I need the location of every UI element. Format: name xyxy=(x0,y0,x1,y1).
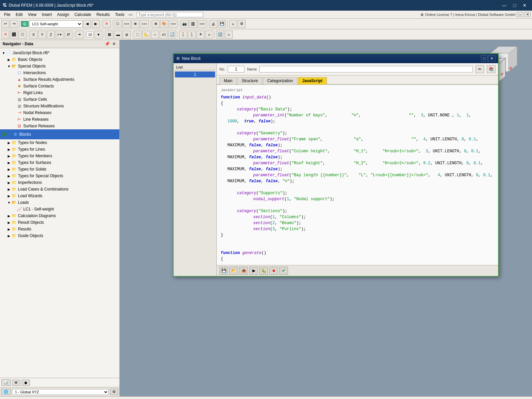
menu-edit[interactable]: Edit xyxy=(13,12,25,18)
tb2-arrow-button[interactable]: ➜ xyxy=(75,31,83,39)
minimize-button[interactable]: — xyxy=(499,2,509,9)
tb2-close-button[interactable]: ✕ xyxy=(1,31,9,39)
tree-item-typesnodes[interactable]: ▶ 📁 Types for Nodes xyxy=(0,139,119,146)
tb2-layer-button[interactable]: ⬡ xyxy=(19,31,27,39)
tree-toggle-typessurfaces[interactable]: ▶ xyxy=(7,161,11,165)
tree-item-guideobj[interactable]: ▶ 📁 Guide Objects xyxy=(0,232,119,239)
tree-item-rigidlinks[interactable]: ⊢ Rigid Links xyxy=(0,89,119,96)
nav-view-record-button[interactable]: ⏺ xyxy=(22,380,30,386)
tree-item-typeslines[interactable]: ▶ 📁 Types for Lines xyxy=(0,146,119,153)
tree-toggle-loadcases[interactable]: ▶ xyxy=(7,188,11,191)
tb-undo-button[interactable]: ↩ xyxy=(1,20,9,28)
tree-toggle-typessolids[interactable]: ▶ xyxy=(7,168,11,171)
tb-xxx3-button[interactable]: ××× xyxy=(169,20,178,28)
tb-delete-button[interactable]: ✕ xyxy=(103,20,111,28)
tree-toggle-results[interactable]: ▶ xyxy=(7,227,11,231)
tb-next-button[interactable]: ▶ xyxy=(92,20,100,28)
tree-item-loadcases[interactable]: ▶ 📁 Load Cases & Combinations xyxy=(0,186,119,193)
tree-item-calcdiag[interactable]: ▶ 📁 Calculation Diagrams xyxy=(0,212,119,219)
tree-toggle-typesspecial[interactable]: ▶ xyxy=(7,174,11,178)
dt-check-button[interactable]: ✔ xyxy=(279,267,288,275)
tree-item-typessurfaces[interactable]: ▶ 📁 Types for Surfaces xyxy=(0,159,119,166)
tb-redo-button[interactable]: ↪ xyxy=(10,20,18,28)
tree-toggle-special[interactable]: ▼ xyxy=(7,65,11,68)
dt-export-button[interactable]: 📤 xyxy=(239,267,248,275)
nav-view-data-button[interactable]: 📊 xyxy=(1,379,11,386)
tb2-walk-button[interactable]: 🚶‍♂ xyxy=(188,31,196,39)
menu-assign[interactable]: Assign xyxy=(55,12,72,18)
keyword-search-input[interactable] xyxy=(137,12,203,17)
close-button[interactable]: ✕ xyxy=(520,2,529,9)
tb2-dimension-button[interactable]: ↔ xyxy=(151,31,159,39)
tb2-calc-button[interactable]: 🔢 xyxy=(216,31,224,39)
tree-toggle-loadwizards[interactable]: ▶ xyxy=(7,194,11,198)
load-case-dropdown[interactable]: LC1 Self-weight xyxy=(29,20,82,28)
tree-toggle-typesnodes[interactable]: ▶ xyxy=(7,141,11,145)
tab-categorization[interactable]: Categorization xyxy=(263,77,297,84)
tree-item-imperfections[interactable]: ▶ 📁 Imperfections xyxy=(0,179,119,186)
tb-view3-button[interactable]: 👁 xyxy=(131,20,139,28)
tb2-more-button[interactable]: » xyxy=(205,31,213,39)
tb2-axis-x-button[interactable]: X xyxy=(30,31,38,39)
dt-stop-button[interactable]: ■ xyxy=(269,267,278,275)
dt-open-button[interactable]: 📂 xyxy=(229,267,238,275)
nav-pin-button[interactable]: 📌 xyxy=(104,41,111,47)
tb2-rotate-button[interactable]: 🔄 xyxy=(168,31,176,39)
name-edit-button[interactable]: ✏ xyxy=(475,65,484,73)
tb-xxx-button[interactable]: ××× xyxy=(122,20,131,28)
tb-settings-button[interactable]: ⚙ xyxy=(238,20,246,28)
tab-structure[interactable]: Structure xyxy=(237,77,262,84)
dialog-close-button[interactable]: ✕ xyxy=(488,56,495,62)
tree-item-basic[interactable]: ▶ 📁 Basic Objects xyxy=(0,56,119,63)
tb-more-button[interactable]: » xyxy=(229,20,237,28)
dt-debug-button[interactable]: 🐛 xyxy=(259,267,268,275)
tree-item-surfcontact[interactable]: ■ Surface Contacts xyxy=(0,83,119,89)
name-browse-button[interactable]: 📚 xyxy=(487,65,495,73)
tree-item-typesmembers[interactable]: ▶ 📁 Types for Members xyxy=(0,153,119,159)
tb-xxx4-button[interactable]: ××× xyxy=(198,20,206,28)
menu-insert[interactable]: Insert xyxy=(39,12,55,18)
tb2-cube-button[interactable]: ⬛ xyxy=(10,31,18,39)
tree-item-typessolids[interactable]: ▶ 📁 Types for Solids xyxy=(0,166,119,173)
tb-color-button[interactable]: 🎨 xyxy=(160,20,168,28)
tb2-snap-dropdown[interactable]: ▼ xyxy=(94,31,102,39)
tb-save-button[interactable]: 💾 xyxy=(218,20,226,28)
tree-item-typesspecial[interactable]: ▶ 📁 Types for Special Objects xyxy=(0,173,119,179)
tree-toggle-guideobj[interactable]: ▶ xyxy=(7,234,11,238)
menu-tools[interactable]: Tools xyxy=(112,12,127,18)
dt-run-button[interactable]: ▶ xyxy=(249,267,258,275)
tb2-grid-button[interactable]: ▦ xyxy=(105,31,113,39)
menu-view[interactable]: View xyxy=(25,12,39,18)
tb2-axis-y-button[interactable]: Y xyxy=(38,31,46,39)
tree-item-results[interactable]: ▶ 📁 Results xyxy=(0,226,119,232)
code-editor[interactable]: JavaScript function input_data() { categ… xyxy=(217,84,498,265)
tree-toggle-typeslines[interactable]: ▶ xyxy=(7,148,11,151)
tree-item-surfcells[interactable]: ▦ Surface Cells xyxy=(0,96,119,103)
tree-item-structmod[interactable]: ▦ Structure Modifications xyxy=(0,103,119,109)
tb2-human-button[interactable]: 🚶 xyxy=(179,31,187,39)
nav-view-display-button[interactable]: 👁 xyxy=(12,380,20,386)
tb2-label-button[interactable]: 🏷 xyxy=(160,31,168,39)
tb-xxx2-button[interactable]: ××× xyxy=(140,20,149,28)
dialog-maximize-button[interactable]: □ xyxy=(481,56,487,62)
tree-item-linerel[interactable]: ⊢ Line Releases xyxy=(0,116,119,123)
tb-camera-button[interactable]: 📷 xyxy=(181,20,189,28)
tb2-fly-button[interactable]: ✈ xyxy=(197,31,204,39)
menu-file[interactable]: File xyxy=(1,12,13,18)
nav-coord-button[interactable]: 🌐 xyxy=(1,389,11,395)
tb2-surface-button[interactable]: ▬ xyxy=(114,31,122,39)
dt-save-button[interactable]: 💾 xyxy=(219,267,228,275)
nav-close-button[interactable]: ✕ xyxy=(111,41,117,47)
tree-item-surfrel[interactable]: ⊡ Surface Releases xyxy=(0,123,119,129)
no-field[interactable] xyxy=(228,66,244,72)
license-close-button[interactable]: ✕ xyxy=(525,12,531,17)
tb-render-button[interactable]: 🖼 xyxy=(189,20,197,28)
tree-item-lc1[interactable]: 📈 LC1 - Self-weight xyxy=(0,206,119,212)
tb-nodes-button[interactable]: ⬡ xyxy=(114,20,122,28)
tb2-more2-button[interactable]: » xyxy=(225,31,233,39)
tb2-measure-button[interactable]: 📐 xyxy=(142,31,150,39)
menu-calculate[interactable]: Calculate xyxy=(72,12,94,18)
tb2-select-button[interactable]: ⬚ xyxy=(134,31,142,39)
tb2-axis-z-button[interactable]: Z xyxy=(47,31,55,39)
tb2-axis-x2-button[interactable]: X▼ xyxy=(56,31,64,39)
